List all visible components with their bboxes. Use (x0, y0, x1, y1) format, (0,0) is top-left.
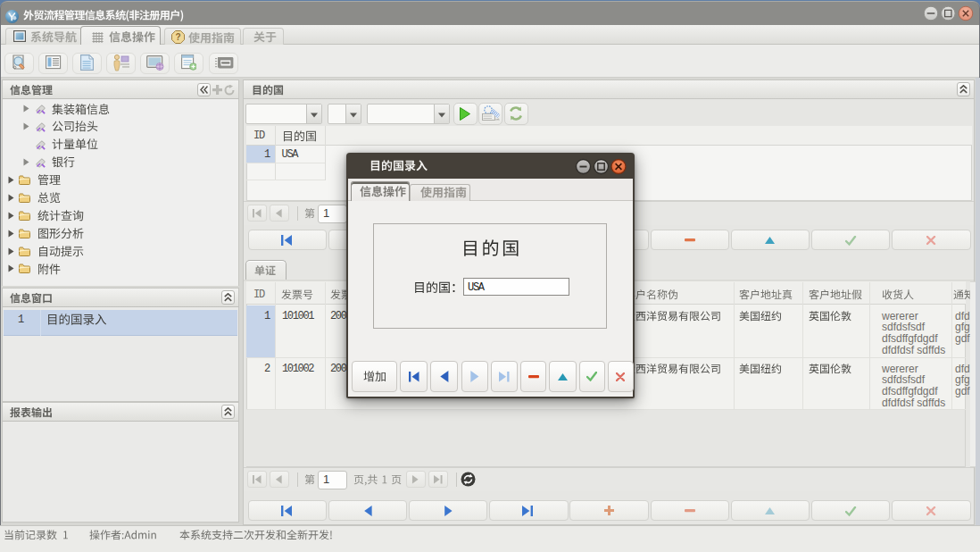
svg-text:?: ? (175, 32, 180, 42)
